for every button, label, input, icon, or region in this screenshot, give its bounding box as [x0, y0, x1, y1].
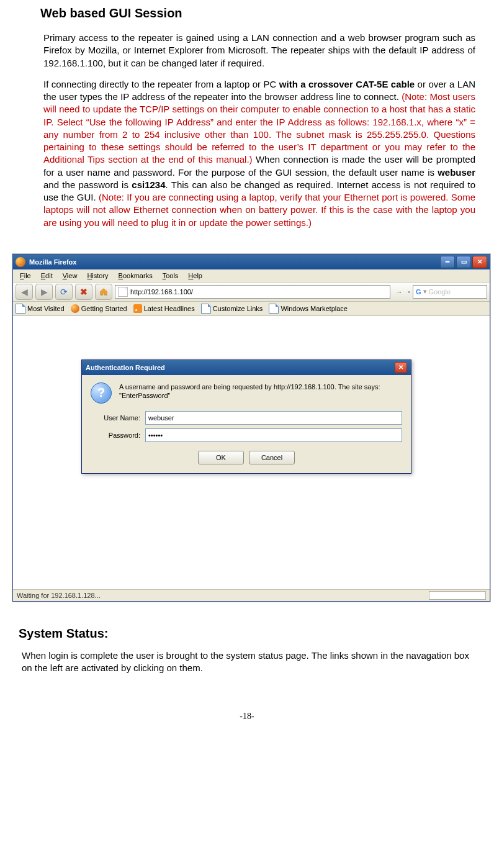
minimize-button[interactable]: ━: [440, 256, 455, 268]
stop-button[interactable]: ✖: [75, 284, 92, 300]
menu-item-file[interactable]: File: [16, 271, 35, 281]
auth-dialog: Authentication Required ✕ ? A username a…: [81, 359, 411, 474]
status-text: Waiting for 192.168.1.128...: [17, 592, 101, 599]
page-number: -18-: [19, 712, 475, 721]
intro-paragraph-1: Primary access to the repeater is gained…: [43, 32, 475, 70]
bookmarks-toolbar: Most VisitedGetting StartedLatest Headli…: [13, 302, 490, 316]
bookmark-icon: [133, 304, 142, 313]
dialog-titlebar: Authentication Required ✕: [82, 360, 411, 375]
question-icon: ?: [91, 382, 112, 404]
bookmark-icon: [269, 304, 279, 314]
page-icon: [118, 287, 128, 297]
p2-note-2: (Note: If you are connecting using a lap…: [43, 192, 475, 228]
dialog-title: Authentication Required: [86, 364, 165, 371]
browser-window: Mozilla Firefox ━ ▭ ✕ FileEditViewHistor…: [12, 254, 490, 602]
system-status-heading: System Status:: [19, 626, 475, 641]
close-button[interactable]: ✕: [472, 256, 487, 268]
ok-button[interactable]: OK: [198, 451, 244, 464]
status-bar: Waiting for 192.168.1.128...: [13, 589, 490, 601]
username-label: User Name:: [91, 414, 145, 422]
toolbar-divider: •: [408, 288, 410, 296]
bookmark-icon: [201, 304, 211, 314]
intro-paragraph-2: If connecting directly to the repeater f…: [43, 78, 475, 229]
bookmark-label: Windows Marketplace: [281, 305, 348, 312]
firefox-icon: [16, 257, 25, 267]
menu-item-history[interactable]: History: [83, 271, 112, 281]
menu-item-edit[interactable]: Edit: [37, 271, 57, 281]
progress-indicator: [429, 591, 486, 600]
search-placeholder: Google: [429, 288, 451, 296]
password-input[interactable]: [145, 428, 402, 442]
password-label: Password:: [91, 432, 145, 439]
bookmark-windows-marketplace[interactable]: Windows Marketplace: [269, 304, 348, 314]
navigation-toolbar: ◀ ▶ ⟳ ✖ http://192.168.1.100/ → • G▾ Goo…: [13, 283, 490, 302]
dialog-close-button[interactable]: ✕: [395, 362, 407, 373]
menu-bar: FileEditViewHistoryBookmarksToolsHelp: [13, 269, 490, 283]
menu-item-tools[interactable]: Tools: [158, 271, 183, 281]
search-box[interactable]: G▾ Google: [413, 285, 487, 299]
menu-item-bookmarks[interactable]: Bookmarks: [114, 271, 157, 281]
bookmark-icon: [71, 304, 79, 313]
p2-seg-d: and the password is: [43, 179, 132, 190]
p2-bold-webuser: webuser: [438, 167, 475, 178]
p2-bold-csi1234: csi1234: [132, 179, 165, 190]
system-status-paragraph: When login is complete the user is broug…: [22, 649, 475, 675]
dialog-message: A username and password are being reques…: [119, 382, 402, 404]
bookmark-label: Most Visited: [27, 305, 65, 312]
bookmark-customize-links[interactable]: Customize Links: [201, 304, 263, 314]
bookmark-most-visited[interactable]: Most Visited: [16, 304, 65, 314]
window-title: Mozilla Firefox: [29, 258, 76, 266]
bookmark-icon: [16, 304, 25, 314]
bookmark-label: Customize Links: [213, 305, 263, 312]
bookmark-getting-started[interactable]: Getting Started: [71, 304, 127, 313]
web-gui-heading: Web based GUI Session: [40, 6, 475, 20]
address-bar[interactable]: http://192.168.1.100/: [115, 285, 390, 299]
menu-item-help[interactable]: Help: [184, 271, 207, 281]
google-icon: G: [416, 288, 421, 296]
url-text: http://192.168.1.100/: [130, 288, 193, 296]
menu-item-view[interactable]: View: [58, 271, 82, 281]
reload-button[interactable]: ⟳: [55, 284, 73, 300]
bookmark-label: Latest Headlines: [144, 305, 195, 312]
window-titlebar: Mozilla Firefox ━ ▭ ✕: [13, 255, 490, 269]
bookmark-latest-headlines[interactable]: Latest Headlines: [133, 304, 195, 313]
bookmark-label: Getting Started: [81, 305, 127, 312]
maximize-button[interactable]: ▭: [456, 256, 471, 268]
username-input[interactable]: [145, 411, 402, 425]
forward-button[interactable]: ▶: [35, 284, 53, 300]
go-button[interactable]: →: [393, 286, 405, 298]
p2-seg-a: If connecting directly to the repeater f…: [43, 79, 279, 89]
back-button[interactable]: ◀: [16, 284, 33, 300]
home-button[interactable]: [95, 284, 112, 300]
cancel-button[interactable]: Cancel: [249, 451, 295, 464]
browser-content: Authentication Required ✕ ? A username a…: [13, 316, 490, 589]
p2-bold-crossover: with a crossover CAT-5E cable: [279, 79, 415, 89]
